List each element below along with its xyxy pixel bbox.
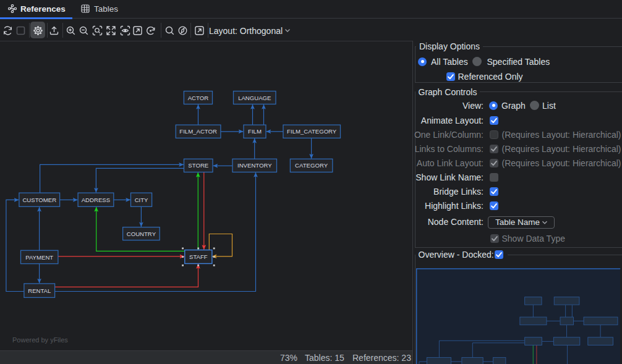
svg-text:STAFF: STAFF xyxy=(189,253,208,260)
svg-text:RENTAL: RENTAL xyxy=(28,287,51,294)
svg-text:FILM: FILM xyxy=(248,128,262,135)
svg-text:Powered by yFiles: Powered by yFiles xyxy=(12,336,68,344)
svg-text:CATEGORY: CATEGORY xyxy=(295,162,328,169)
svg-text:FILM_ACTOR: FILM_ACTOR xyxy=(179,128,217,135)
svg-text:FILM_CATEGORY: FILM_CATEGORY xyxy=(287,128,337,135)
svg-text:COUNTRY: COUNTRY xyxy=(127,231,156,237)
svg-text:CUSTOMER: CUSTOMER xyxy=(22,197,56,203)
svg-text:ADDRESS: ADDRESS xyxy=(82,197,110,203)
svg-text:ACTOR: ACTOR xyxy=(188,95,208,101)
svg-text:PAYMENT: PAYMENT xyxy=(25,254,53,261)
svg-text:LANGUAGE: LANGUAGE xyxy=(238,95,271,101)
svg-text:STORE: STORE xyxy=(188,162,208,169)
svg-text:INVENTORY: INVENTORY xyxy=(237,162,272,169)
svg-text:CITY: CITY xyxy=(135,197,148,203)
